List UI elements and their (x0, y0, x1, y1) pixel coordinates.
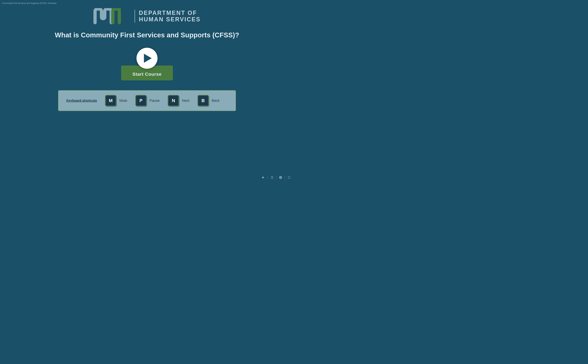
divider3 (285, 176, 285, 179)
fullscreen-icon[interactable] (287, 175, 291, 180)
settings-icon[interactable] (278, 175, 283, 180)
shortcut-next: N Next (168, 95, 189, 106)
logo-line2: HUMAN SERVICES (139, 16, 201, 23)
volume-icon[interactable] (261, 175, 266, 180)
shortcut-mute: M Mute (105, 95, 127, 106)
bottom-controls (261, 175, 291, 180)
logo-text-area: DEPARTMENT OF HUMAN SERVICES (134, 10, 201, 22)
logo-area: DEPARTMENT OF HUMAN SERVICES (93, 8, 201, 24)
key-m-badge[interactable]: M (105, 95, 116, 106)
shortcut-back: B Back (198, 95, 220, 106)
play-triangle-icon (144, 54, 152, 63)
next-label: Next (182, 98, 189, 103)
replay-icon[interactable] (270, 175, 274, 180)
main-content: DEPARTMENT OF HUMAN SERVICES What is Com… (0, 0, 294, 111)
course-title: What is Community First Services and Sup… (55, 31, 239, 40)
keyboard-shortcuts-panel: Keyboard shortcuts M Mute P Pause N Next… (58, 90, 236, 111)
key-p-badge[interactable]: P (135, 95, 147, 106)
key-b-badge[interactable]: B (198, 95, 209, 106)
mute-label: Mute (119, 98, 127, 103)
back-label: Back (212, 98, 220, 103)
divider1 (268, 176, 268, 179)
page-title-bar: Community First Services and Supports (C… (2, 2, 57, 4)
play-start-container: Start Course (121, 48, 173, 80)
keyboard-shortcuts-link[interactable]: Keyboard shortcuts (66, 99, 97, 102)
mn-logo (93, 8, 131, 24)
play-button[interactable] (137, 48, 158, 69)
key-n-badge[interactable]: N (168, 95, 179, 106)
shortcut-pause: P Pause (135, 95, 160, 106)
pause-label: Pause (150, 98, 160, 103)
logo-line1: DEPARTMENT OF (139, 10, 201, 16)
